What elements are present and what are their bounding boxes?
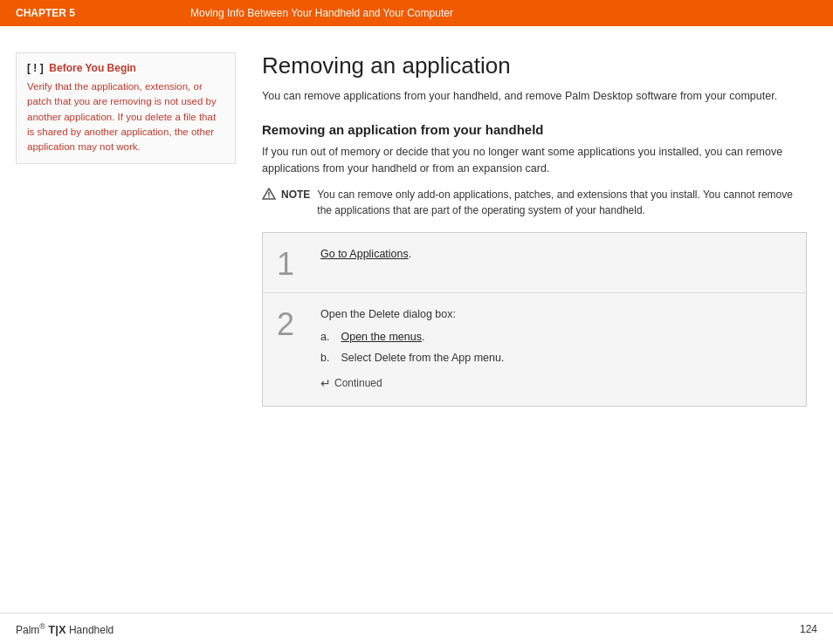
step-2b-text: Select Delete from the App menu. [341,349,504,367]
sidebar-title-text: Before You Begin [49,62,136,74]
footer-model: T|X [48,623,65,636]
step-1-link[interactable]: Go to Applications [320,248,409,260]
sidebar-box: [ ! ] Before You Begin Verify that the a… [16,52,236,164]
step-2-intro: Open the Delete dialog box: [320,305,792,323]
sidebar-body-text: Verify that the application, extension, … [27,79,224,154]
footer-page-number: 124 [800,623,817,635]
intro-text: You can remove applications from your ha… [262,88,807,105]
footer-brand: Palm® T|X Handheld [16,622,114,636]
step-2a-label: a. [320,328,338,346]
main-content: [ ! ] Before You Begin Verify that the a… [0,26,833,613]
continued-text: Continued [334,375,382,392]
step-2a-suffix: . [422,328,424,346]
sidebar-prefix: [ ! ] [27,62,44,74]
step-2b-item: b. Select Delete from the App menu. [320,349,792,367]
section-heading: Removing an application from your handhe… [262,122,807,137]
sidebar: [ ! ] Before You Begin Verify that the a… [0,52,253,613]
step-1-number: 1 [277,245,320,280]
note-label: NOTE [281,187,310,202]
note-icon [262,188,276,204]
continued-line: ↵ Continued [320,373,792,393]
steps-container: 1 Go to Applications. 2 Open the Delete … [262,232,807,406]
step-2b-label: b. [320,349,338,367]
page-header: CHAPTER 5 Moving Info Between Your Handh… [0,0,833,26]
continued-arrow-icon: ↵ [320,373,331,393]
header-title: Moving Info Between Your Handheld and Yo… [190,7,453,19]
note-block: NOTE You can remove only add-on applicat… [262,187,807,218]
step-2-sub: a. Open the menus. b. Select Delete from… [320,328,792,367]
footer-registered: ® [39,622,45,631]
step-2-row: 2 Open the Delete dialog box: a. Open th… [263,293,806,405]
step-1-suffix: . [409,248,411,260]
step-2-number: 2 [277,305,320,340]
page-footer: Palm® T|X Handheld 124 [0,613,833,644]
note-text: You can remove only add-on applications,… [317,187,807,218]
chapter-label: CHAPTER 5 [16,7,190,19]
right-content: Removing an application You can remove a… [253,52,833,613]
section-desc: If you run out of memory or decide that … [262,144,807,177]
step-2-content: Open the Delete dialog box: a. Open the … [320,305,792,393]
footer-brand-name: Palm [16,624,39,636]
step-2a-link[interactable]: Open the menus [341,328,421,346]
sidebar-title: [ ! ] Before You Begin [27,62,224,74]
footer-label: Handheld [69,624,114,636]
svg-point-2 [268,196,270,198]
step-1-row: 1 Go to Applications. [263,233,806,293]
step-2a-item: a. Open the menus. [320,328,792,346]
page-heading: Removing an application [262,52,807,79]
step-1-content: Go to Applications. [320,245,792,263]
